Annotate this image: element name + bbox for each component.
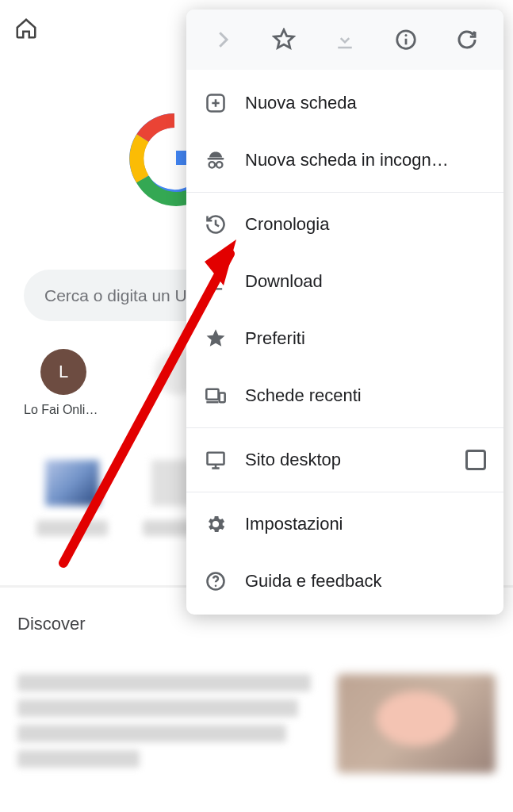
- svg-point-3: [404, 34, 407, 36]
- search-placeholder: Cerca o digita un URL: [44, 286, 209, 305]
- shortcut-label: Lo Fai Onlin…: [24, 403, 103, 417]
- menu-item-help[interactable]: Guida e feedback: [186, 553, 503, 610]
- menu-item-label: Impostazioni: [245, 514, 486, 534]
- shortcut-label-blurred: [36, 520, 108, 536]
- svg-point-18: [215, 585, 217, 588]
- menu-item-recent-tabs[interactable]: Schede recenti: [186, 367, 503, 424]
- menu-item-incognito[interactable]: Nuova scheda in incogn…: [186, 132, 503, 189]
- forward-button[interactable]: [204, 21, 242, 59]
- star-filled-icon: [204, 327, 228, 350]
- desktop-icon: [204, 448, 228, 472]
- menu-item-label: Schede recenti: [245, 385, 486, 406]
- menu-item-label: Cronologia: [245, 214, 486, 235]
- menu-item-label: Preferiti: [245, 328, 486, 349]
- reload-button[interactable]: [448, 21, 486, 59]
- menu-item-label: Nuova scheda: [245, 93, 486, 113]
- desktop-site-checkbox[interactable]: [465, 450, 486, 470]
- svg-point-9: [216, 162, 222, 167]
- svg-rect-11: [206, 389, 218, 400]
- menu-item-label: Download: [245, 271, 486, 292]
- svg-point-8: [209, 162, 215, 167]
- menu-item-settings[interactable]: Impostazioni: [186, 496, 503, 553]
- info-button[interactable]: [387, 21, 425, 59]
- feed-text-blurred: [17, 674, 323, 773]
- shortcut-item[interactable]: L Lo Fai Onlin…: [24, 349, 103, 417]
- shortcut-avatar: L: [40, 349, 86, 395]
- menu-item-desktop-site[interactable]: Sito desktop: [186, 431, 503, 488]
- svg-rect-7: [208, 158, 224, 159]
- shortcut-thumb: [45, 460, 99, 506]
- gear-icon: [204, 512, 228, 536]
- menu-item-label: Nuova scheda in incogn…: [245, 150, 486, 170]
- menu-separator: [186, 492, 503, 492]
- feed-image-blurred: [337, 674, 496, 773]
- menu-item-label: Sito desktop: [245, 450, 465, 470]
- feed-card[interactable]: [17, 674, 496, 773]
- menu-separator: [186, 192, 503, 193]
- svg-rect-14: [208, 453, 224, 465]
- download-button[interactable]: [326, 21, 364, 59]
- menu-item-downloads[interactable]: Download: [186, 253, 503, 310]
- svg-rect-13: [220, 393, 225, 403]
- plus-square-icon: [204, 91, 228, 115]
- incognito-icon: [204, 148, 228, 172]
- home-icon[interactable]: [14, 17, 38, 40]
- history-icon: [204, 213, 228, 236]
- devices-icon: [204, 384, 228, 408]
- bookmark-button[interactable]: [265, 21, 303, 59]
- shortcut-label: [176, 403, 179, 417]
- menu-item-label: Guida e feedback: [245, 571, 486, 592]
- overflow-menu: Nuova scheda Nuova scheda in incogn… Cro…: [186, 10, 503, 615]
- discover-heading: Discover: [17, 614, 86, 634]
- menu-item-history[interactable]: Cronologia: [186, 196, 503, 253]
- menu-separator: [186, 427, 503, 428]
- menu-list: Nuova scheda Nuova scheda in incogn… Cro…: [186, 70, 503, 615]
- menu-toolbar: [186, 10, 503, 70]
- menu-item-bookmarks[interactable]: Preferiti: [186, 310, 503, 367]
- shortcut-item-blurred[interactable]: [36, 460, 108, 536]
- menu-item-new-tab[interactable]: Nuova scheda: [186, 75, 503, 132]
- download-icon: [204, 270, 228, 293]
- help-icon: [204, 569, 228, 593]
